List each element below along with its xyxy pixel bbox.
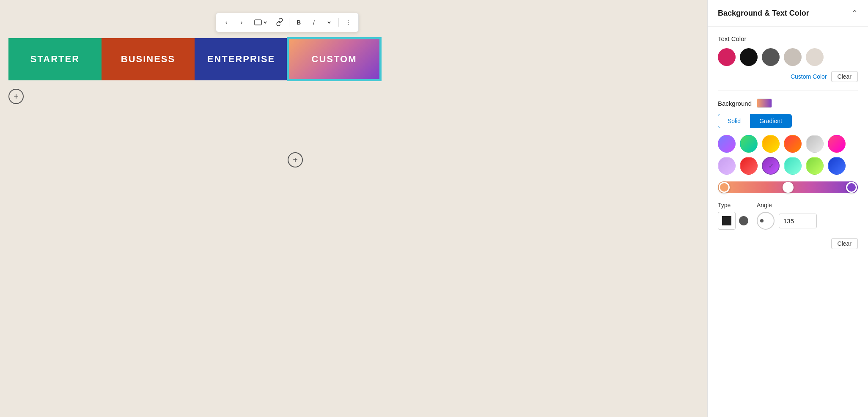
angle-label: Angle — [757, 202, 817, 208]
text-color-off-white[interactable] — [806, 48, 824, 66]
text-color-label: Text Color — [718, 35, 858, 42]
right-panel: Background & Text Color ⌃ Text Color Cus… — [707, 0, 868, 417]
angle-section: Angle — [757, 202, 817, 230]
business-button[interactable]: BUSINESS — [102, 38, 195, 80]
gradient-slider-container — [718, 181, 858, 193]
collapse-button[interactable]: ⌃ — [852, 8, 858, 18]
custom-button[interactable]: CUSTOM — [288, 38, 381, 80]
text-color-black[interactable] — [740, 48, 758, 66]
canvas-area: ‹ › B I ⋮ STARTER BUSINESS — [0, 0, 707, 417]
angle-input[interactable] — [779, 214, 817, 228]
background-preview — [757, 99, 772, 108]
gradient-red-orange[interactable] — [784, 135, 802, 153]
plus-icon: + — [14, 92, 19, 102]
link-button[interactable] — [273, 16, 286, 29]
type-angle-row: Type Angle — [718, 202, 858, 230]
gradient-slider-track[interactable] — [718, 181, 858, 193]
type-section: Type — [718, 202, 748, 230]
panel-title: Background & Text Color — [718, 9, 809, 18]
text-color-section: Text Color Custom Color Clear — [718, 35, 858, 82]
chevron-up-icon: ⌃ — [852, 9, 858, 17]
divider-1 — [718, 91, 858, 91]
bg-type-tabs: Solid Gradient — [718, 114, 792, 128]
angle-input-row — [757, 212, 817, 230]
text-color-swatches — [718, 48, 858, 66]
text-color-actions: Custom Color Clear — [718, 71, 858, 82]
angle-dot — [760, 219, 764, 222]
panel-header: Background & Text Color ⌃ — [708, 0, 868, 27]
linear-gradient-button[interactable] — [718, 212, 736, 230]
custom-color-button[interactable]: Custom Color — [791, 73, 827, 80]
panel-body: Text Color Custom Color Clear Background — [708, 27, 868, 258]
shape-icon — [254, 19, 267, 25]
gradient-blue-purple[interactable] — [718, 135, 736, 153]
toolbar-divider-1 — [251, 18, 251, 27]
angle-dial[interactable] — [757, 212, 775, 230]
text-color-clear-button[interactable]: Clear — [831, 71, 858, 82]
gradient-green-teal[interactable] — [740, 135, 758, 153]
gradient-lavender[interactable] — [718, 157, 736, 175]
gradient-gray-silver[interactable] — [806, 135, 824, 153]
enterprise-button[interactable]: ENTERPRISE — [195, 38, 288, 80]
gradient-teal-mint[interactable] — [784, 157, 802, 175]
dropdown-icon — [327, 19, 331, 26]
gradient-tab[interactable]: Gradient — [750, 114, 791, 128]
gradient-red-crimson[interactable] — [740, 157, 758, 175]
background-label: Background — [718, 100, 752, 107]
background-section: Background Solid Gradient — [718, 99, 858, 249]
gradient-deep-blue[interactable] — [828, 157, 846, 175]
forward-button[interactable]: › — [235, 16, 248, 29]
gradient-purple-selected[interactable] — [762, 157, 780, 175]
add-block-button-center[interactable]: + — [288, 152, 303, 167]
gradient-green-lime[interactable] — [806, 157, 824, 175]
radial-gradient-button[interactable] — [739, 216, 748, 225]
type-label: Type — [718, 202, 748, 208]
more-options-button[interactable]: ⋮ — [341, 16, 355, 29]
background-clear-button[interactable]: Clear — [831, 238, 858, 249]
text-color-dark-gray[interactable] — [762, 48, 780, 66]
background-header: Background — [718, 99, 858, 108]
text-color-light-gray[interactable] — [784, 48, 802, 66]
slider-handle-mid[interactable] — [783, 182, 794, 193]
svg-rect-0 — [255, 20, 261, 25]
plan-buttons-row: STARTER BUSINESS ENTERPRISE CUSTOM — [8, 38, 381, 80]
toolbar-divider-2 — [270, 18, 270, 27]
shape-button[interactable] — [254, 16, 267, 29]
gradient-swatches — [718, 135, 858, 175]
toolbar-divider-4 — [338, 18, 339, 27]
text-dropdown-button[interactable] — [322, 16, 336, 29]
solid-tab[interactable]: Solid — [718, 114, 750, 128]
italic-button[interactable]: I — [307, 16, 321, 29]
more-icon: ⋮ — [345, 19, 351, 26]
square-gradient-icon — [722, 216, 731, 225]
slider-handle-left[interactable] — [719, 182, 730, 193]
toolbar-divider-3 — [289, 18, 289, 27]
text-color-pink[interactable] — [718, 48, 736, 66]
link-icon — [276, 18, 283, 27]
gradient-pink-magenta[interactable] — [828, 135, 846, 153]
formatting-toolbar: ‹ › B I ⋮ — [216, 13, 359, 32]
gradient-orange-yellow[interactable] — [762, 135, 780, 153]
plus-icon-2: + — [293, 155, 298, 165]
bottom-clear-row: Clear — [718, 238, 858, 249]
slider-handle-right[interactable] — [846, 182, 857, 193]
bold-button[interactable]: B — [292, 16, 305, 29]
type-controls — [718, 212, 748, 230]
add-block-button-left[interactable]: + — [8, 89, 24, 104]
back-button[interactable]: ‹ — [220, 16, 233, 29]
starter-button[interactable]: STARTER — [8, 38, 102, 80]
